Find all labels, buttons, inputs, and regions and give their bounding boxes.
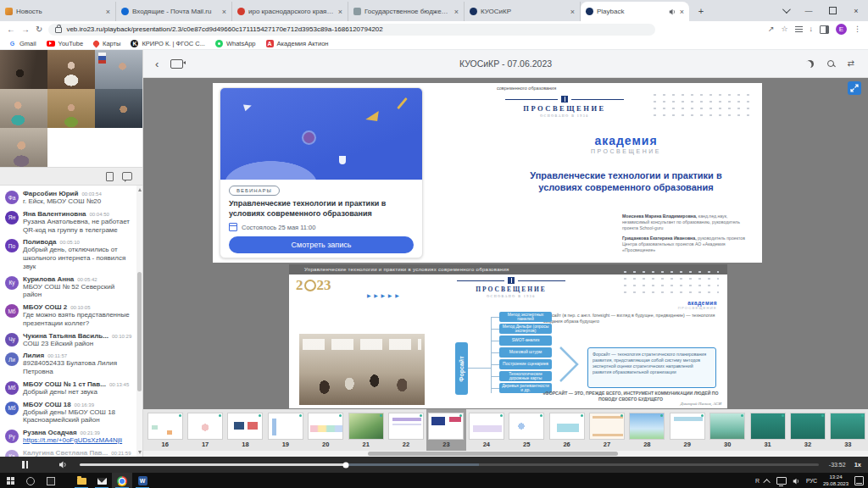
tab-close-icon[interactable]: ×	[222, 8, 226, 16]
volume-icon[interactable]	[58, 461, 68, 469]
bookmark-aktion[interactable]: AАкадемия Актион	[266, 40, 329, 47]
slide-thumbnail[interactable]	[268, 413, 303, 440]
swap-layout-icon[interactable]: ⇄	[848, 59, 854, 68]
slide-thumbnail[interactable]	[308, 413, 343, 440]
browser-tab[interactable]: КУОСиКР ×	[465, 2, 581, 21]
side-panel-icon[interactable]	[820, 25, 829, 34]
bookmark-gmail[interactable]: GGmail	[8, 40, 36, 47]
filmstrip-slot[interactable]: 26	[547, 409, 587, 457]
menu-icon[interactable]: ⋮	[854, 25, 861, 33]
filmstrip-slot[interactable]: 27	[587, 409, 626, 457]
close-button[interactable]: ×	[844, 0, 868, 21]
tray-volume-icon[interactable]	[793, 478, 800, 485]
slide-thumbnail[interactable]	[388, 413, 424, 440]
filmstrip-slot[interactable]: 18	[225, 409, 265, 457]
bookmark-whatsapp[interactable]: WhatsApp	[215, 40, 256, 47]
playback-speed[interactable]: 1x	[854, 461, 861, 469]
notes-icon[interactable]	[106, 172, 114, 181]
slide-thumbnail[interactable]	[348, 413, 384, 440]
filmstrip-slot[interactable]: 22	[386, 409, 426, 457]
language-indicator[interactable]: РУС	[806, 478, 817, 484]
watch-recording-button[interactable]: Смотреть запись	[229, 236, 414, 253]
participant-video[interactable]	[95, 50, 142, 89]
slide-thumbnail[interactable]	[670, 413, 705, 440]
share-icon[interactable]: ↗	[768, 25, 775, 33]
fullscreen-button[interactable]	[848, 81, 861, 95]
filmstrip-slot[interactable]: 30	[707, 409, 747, 457]
participant-video[interactable]	[0, 50, 47, 89]
slide-thumbnail[interactable]	[147, 413, 183, 440]
profile-avatar[interactable]: E	[836, 24, 847, 35]
restore-button[interactable]	[821, 0, 844, 21]
chrome-button[interactable]	[112, 473, 132, 488]
participant-video[interactable]	[47, 50, 95, 89]
tab-close-icon[interactable]: ×	[570, 8, 575, 16]
slide-thumbnail[interactable]	[629, 413, 665, 440]
slide-thumbnail[interactable]	[589, 413, 625, 440]
new-tab-button[interactable]: +	[693, 3, 709, 19]
tab-search-icon[interactable]	[773, 0, 797, 21]
action-center-icon[interactable]	[854, 476, 864, 485]
bookmark-star-icon[interactable]: ☆	[781, 25, 787, 33]
pause-button[interactable]	[22, 461, 28, 469]
minimize-button[interactable]: —	[797, 0, 821, 21]
network-icon[interactable]	[776, 477, 787, 485]
browser-tab[interactable]: Государственное бюджетное о ×	[348, 2, 465, 21]
download-icon[interactable]: ↓	[810, 25, 814, 33]
seek-handle[interactable]	[342, 462, 348, 468]
filmstrip-slot[interactable]: 32	[787, 409, 827, 457]
tab-close-icon[interactable]: ×	[338, 8, 342, 16]
scroll-down-icon[interactable]	[138, 451, 142, 454]
forward-icon[interactable]: →	[21, 25, 30, 34]
file-explorer-button[interactable]	[71, 473, 92, 488]
clock[interactable]: 13:2429.08.2023	[823, 474, 849, 488]
filmstrip-slot[interactable]: 16	[145, 409, 185, 457]
slide-thumbnail[interactable]	[709, 413, 745, 440]
chat-scrollbar[interactable]	[136, 186, 142, 457]
filmstrip-slot-selected[interactable]: 23	[426, 409, 466, 457]
browser-tab-active[interactable]: Playback ×	[581, 2, 689, 21]
participant-video[interactable]	[0, 128, 47, 167]
address-bar[interactable]: veb.iro23.ru/playback/presentation/2.3/c…	[48, 24, 655, 36]
slide-thumbnail[interactable]	[187, 413, 223, 440]
slide-thumbnail[interactable]	[227, 413, 263, 440]
filmstrip-slot[interactable]: 20	[306, 409, 346, 457]
slide-thumbnail[interactable]	[549, 413, 585, 440]
browser-tab[interactable]: Новость ×	[0, 2, 116, 21]
filmstrip-slot[interactable]: 29	[667, 409, 707, 457]
bookmark-kriro[interactable]: KКРИРО К. | ФГОС С...	[131, 40, 204, 47]
mail-app-button[interactable]	[92, 473, 112, 488]
browser-tab[interactable]: Входящие - Почта Mail.ru ×	[116, 2, 232, 21]
theme-toggle-icon[interactable]	[806, 60, 814, 68]
filmstrip-slot[interactable]: 21	[346, 409, 386, 457]
reload-icon[interactable]: ↻	[36, 25, 42, 34]
slide-thumbnail[interactable]	[790, 413, 826, 440]
participant-video[interactable]	[0, 89, 47, 128]
search-icon[interactable]	[827, 60, 834, 67]
filmstrip-slot[interactable]: 24	[466, 409, 506, 457]
start-button[interactable]	[0, 473, 20, 488]
participant-video[interactable]	[95, 89, 142, 128]
scrollbar-thumb[interactable]	[368, 452, 618, 456]
tab-audio-icon[interactable]	[669, 8, 676, 15]
filmstrip-slot[interactable]: 28	[627, 409, 667, 457]
filmstrip-slot[interactable]: 19	[265, 409, 305, 457]
task-view-button[interactable]	[41, 473, 61, 488]
tray-app-icon[interactable]: R	[755, 478, 760, 484]
tray-expand-icon[interactable]	[763, 479, 770, 485]
seek-bar[interactable]	[80, 463, 819, 466]
filmstrip-slot[interactable]: 33	[828, 409, 868, 457]
scroll-up-icon[interactable]	[138, 188, 142, 191]
tab-close-icon[interactable]: ×	[106, 8, 110, 16]
slide-thumbnail-current[interactable]	[428, 413, 464, 440]
back-icon[interactable]: ←	[7, 25, 15, 34]
tab-close-icon[interactable]: ×	[680, 8, 684, 16]
slide-thumbnail[interactable]	[750, 413, 786, 440]
bookmark-maps[interactable]: Карты	[93, 40, 120, 47]
scrollbar-thumb[interactable]	[137, 272, 142, 391]
reading-list-icon[interactable]	[795, 26, 803, 28]
tab-close-icon[interactable]: ×	[454, 8, 459, 16]
cortana-button[interactable]	[20, 473, 41, 488]
webcam-toggle-icon[interactable]	[170, 59, 183, 69]
browser-tab[interactable]: иро краснодарского края офиц ×	[232, 2, 348, 21]
